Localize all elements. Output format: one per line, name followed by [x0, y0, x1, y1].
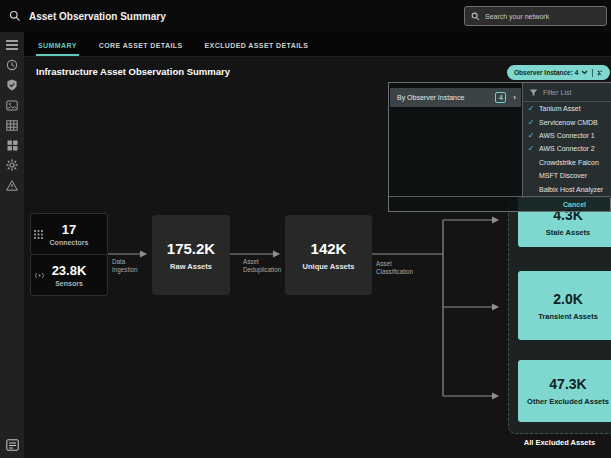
table-icon[interactable] — [5, 118, 19, 132]
search-icon — [471, 7, 480, 25]
filter-item-tanium-asset[interactable]: ✓ Tanium Asset — [523, 102, 611, 115]
connectors-grid-icon — [34, 225, 43, 243]
connectors-label: Connectors — [50, 239, 89, 246]
tab-bar: SUMMARY CORE ASSET DETAILS EXCLUDED ASSE… — [24, 32, 611, 57]
asset-classification-edge-label: Asset Classification — [376, 260, 418, 275]
check-icon: ✓ — [523, 131, 539, 140]
check-icon: ✓ — [523, 104, 539, 113]
filter-item-msft-discover[interactable]: MSFT Discover — [523, 169, 611, 182]
gear-icon[interactable] — [5, 158, 19, 172]
asset-deduplication-edge-label: Asset Deduplication — [243, 258, 283, 273]
stale-assets-label: Stale Assets — [546, 228, 590, 237]
top-bar: Asset Observation Summary Search your ne… — [0, 0, 611, 32]
chevron-down-icon[interactable] — [581, 70, 588, 75]
filter-item-label: AWS Connector 2 — [539, 145, 595, 152]
transient-assets-label: Transient Assets — [538, 312, 598, 321]
transient-assets-box[interactable]: 2.0K Transient Assets — [518, 271, 611, 340]
left-sidebar — [0, 32, 24, 458]
filter-dropdown-panel: By Observer Instance 4 › Filter List ✓ T… — [388, 82, 611, 212]
sensors-box[interactable]: 23.8K Sensors — [30, 254, 108, 296]
shield-check-icon[interactable] — [5, 78, 19, 92]
filter-item-label: Crowdstrike Falcon — [539, 159, 599, 166]
search-placeholder: Search your network — [485, 13, 549, 20]
unique-assets-box[interactable]: 142K Unique Assets — [285, 215, 372, 295]
tab-excluded-asset-details[interactable]: EXCLUDED ASSET DETAILS — [203, 42, 311, 56]
facet-observer-instance[interactable]: By Observer Instance 4 › — [390, 88, 521, 107]
cancel-button[interactable]: Cancel — [563, 201, 586, 208]
all-excluded-assets-label: All Excluded Assets — [508, 438, 611, 447]
tab-summary[interactable]: SUMMARY — [36, 42, 79, 56]
console-icon[interactable] — [5, 438, 19, 452]
filter-chip-label: Observer Instance: 4 — [514, 69, 578, 76]
search-input[interactable]: Search your network — [464, 6, 607, 26]
menu-icon[interactable] — [5, 38, 19, 52]
tab-core-asset-details[interactable]: CORE ASSET DETAILS — [97, 42, 185, 56]
raw-assets-label: Raw Assets — [170, 262, 212, 271]
transient-assets-value: 2.0K — [553, 291, 583, 307]
sources-stack: 17 Connectors 23.8K Sensors — [30, 213, 108, 295]
filter-item-label: Tanium Asset — [539, 105, 581, 112]
window-title: Asset Observation Summary — [29, 11, 166, 22]
clock-icon[interactable] — [5, 58, 19, 72]
other-excluded-assets-label: Other Excluded Assets — [527, 397, 609, 406]
filter-panel-footer: Cancel — [389, 196, 610, 211]
modules-icon[interactable] — [5, 138, 19, 152]
filter-item-aws-connector-2[interactable]: ✓ AWS Connector 2 — [523, 142, 611, 155]
filter-item-label: Servicenow CMDB — [539, 119, 598, 126]
filter-item-crowdstrike-falcon[interactable]: Crowdstrike Falcon — [523, 156, 611, 169]
connectors-value: 17 — [62, 223, 76, 237]
check-icon: ✓ — [523, 118, 539, 127]
filter-list-placeholder: Filter List — [543, 89, 571, 96]
raw-assets-box[interactable]: 175.2K Raw Assets — [152, 215, 230, 295]
image-icon[interactable] — [5, 98, 19, 112]
facet-label: By Observer Instance — [397, 94, 495, 101]
data-ingestion-edge-label: Data Ingestion — [112, 258, 146, 273]
zoom-magnifier-icon[interactable] — [9, 10, 21, 22]
filter-list-flyout: Filter List ✓ Tanium Asset ✓ Servicenow … — [522, 83, 611, 198]
connectors-box[interactable]: 17 Connectors — [30, 213, 108, 255]
app-window: 4.3K Stale Assets 2.0K Transient Assets … — [0, 0, 611, 458]
sensor-icon — [34, 266, 45, 284]
check-icon: ✓ — [523, 144, 539, 153]
filter-funnel-icon[interactable] — [598, 67, 609, 85]
sensors-value: 23.8K — [52, 264, 87, 278]
filter-item-label: MSFT Discover — [539, 172, 587, 179]
chip-divider — [592, 69, 593, 77]
filter-item-balbix-host-analyzer[interactable]: Balbix Host Analyzer — [523, 182, 611, 195]
warning-triangle-icon[interactable] — [5, 178, 19, 192]
other-excluded-assets-value: 47.3K — [549, 376, 586, 392]
sensors-label: Sensors — [55, 280, 83, 287]
filter-list-input[interactable]: Filter List — [523, 83, 611, 102]
filter-item-label: Balbix Host Analyzer — [539, 186, 603, 193]
filter-item-servicenow-cmdb[interactable]: ✓ Servicenow CMDB — [523, 115, 611, 128]
facet-count-badge: 4 — [495, 92, 506, 103]
other-excluded-assets-box[interactable]: 47.3K Other Excluded Assets — [518, 360, 611, 422]
filter-item-aws-connector-1[interactable]: ✓ AWS Connector 1 — [523, 129, 611, 142]
funnel-icon — [529, 83, 538, 101]
raw-assets-value: 175.2K — [167, 240, 215, 257]
observer-instance-filter-chip[interactable]: Observer Instance: 4 — [507, 65, 610, 80]
filter-item-label: AWS Connector 1 — [539, 132, 595, 139]
page-title: Infrastructure Asset Observation Summary — [36, 66, 230, 77]
unique-assets-label: Unique Assets — [303, 262, 355, 271]
unique-assets-value: 142K — [311, 240, 347, 257]
chevron-right-icon: › — [513, 93, 516, 102]
